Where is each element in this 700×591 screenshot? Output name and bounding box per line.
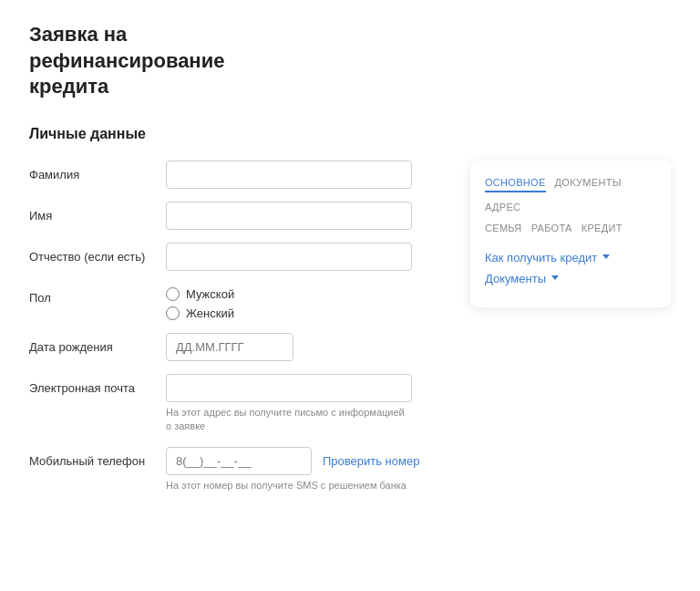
email-hint: На этот адрес вы получите письмо с инфор… — [166, 406, 412, 434]
middle-name-row: Отчество (если есть) — [29, 243, 441, 271]
page-title: Заявка на рефинансирование кредита — [29, 22, 303, 100]
phone-input-row: Проверить номер — [166, 447, 441, 475]
gender-label: Пол — [29, 284, 166, 305]
gender-row: Пол Мужской Женский — [29, 284, 441, 320]
tab-rabota[interactable]: РАБОТА — [531, 223, 572, 238]
last-name-label: Фамилия — [29, 161, 166, 181]
email-wrap: На этот адрес вы получите письмо с инфор… — [166, 374, 441, 434]
first-name-input[interactable] — [166, 202, 412, 230]
email-row: Электронная почта На этот адрес вы получ… — [29, 374, 441, 434]
phone-hint: На этот номер вы получите SMS с решением… — [166, 479, 412, 493]
last-name-row: Фамилия — [29, 161, 441, 189]
tab-dokumenty[interactable]: ДОКУМЕНТЫ — [555, 177, 622, 192]
dob-wrap — [166, 333, 441, 361]
tab-osnovnoe[interactable]: ОСНОВНОЕ — [485, 177, 546, 192]
personal-data-form: Фамилия Имя Отчество (если есть) Пол — [29, 161, 441, 505]
sidebar-tabs-row1: ОСНОВНОЕ ДОКУМЕНТЫ АДРЕС — [485, 177, 656, 217]
gender-wrap: Мужской Женский — [166, 284, 441, 320]
gender-female-option[interactable]: Женский — [166, 306, 441, 320]
dob-row: Дата рождения — [29, 333, 441, 361]
middle-name-label: Отчество (если есть) — [29, 243, 166, 264]
verify-phone-button[interactable]: Проверить номер — [323, 454, 419, 468]
section-label: Личные данные — [29, 126, 671, 142]
sidebar-card: ОСНОВНОЕ ДОКУМЕНТЫ АДРЕС СЕМЬЯ РАБОТА КР… — [470, 161, 671, 307]
last-name-wrap — [166, 161, 441, 189]
tab-kredit[interactable]: КРЕДИТ — [582, 223, 623, 238]
first-name-label: Имя — [29, 202, 166, 223]
phone-row: Мобильный телефон Проверить номер На это… — [29, 447, 441, 493]
how-to-get-credit-link[interactable]: Как получить кредит — [485, 251, 656, 264]
gender-female-label: Женский — [186, 306, 234, 320]
gender-female-radio[interactable] — [166, 306, 180, 320]
gender-male-radio[interactable] — [166, 287, 180, 301]
email-input[interactable] — [166, 374, 412, 402]
middle-name-input[interactable] — [166, 243, 412, 271]
first-name-row: Имя — [29, 202, 441, 230]
gender-radio-group: Мужской Женский — [166, 284, 441, 320]
phone-wrap: Проверить номер На этот номер вы получит… — [166, 447, 441, 493]
gender-male-option[interactable]: Мужской — [166, 287, 441, 301]
phone-label: Мобильный телефон — [29, 447, 166, 468]
dob-input[interactable] — [166, 333, 293, 361]
dob-label: Дата рождения — [29, 333, 166, 354]
phone-input[interactable] — [166, 447, 312, 475]
tab-adres[interactable]: АДРЕС — [485, 202, 520, 217]
first-name-wrap — [166, 202, 441, 230]
last-name-input[interactable] — [166, 161, 412, 189]
chevron-down-icon — [602, 254, 610, 259]
middle-name-wrap — [166, 243, 441, 271]
documents-link[interactable]: Документы — [485, 272, 656, 285]
chevron-down-icon-2 — [551, 275, 559, 280]
email-label: Электронная почта — [29, 374, 166, 395]
gender-male-label: Мужской — [186, 287, 234, 301]
sidebar-tabs-row2: СЕМЬЯ РАБОТА КРЕДИТ — [485, 223, 656, 238]
tab-semya[interactable]: СЕМЬЯ — [485, 223, 522, 238]
